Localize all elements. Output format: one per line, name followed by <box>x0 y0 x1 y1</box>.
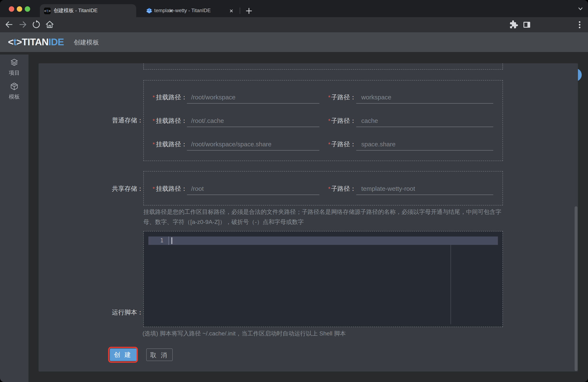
tab-divider <box>240 8 240 14</box>
reload-icon[interactable] <box>31 20 41 29</box>
shared-storage-group: * 挂载路径： /root * 子路径： template-wetty-root <box>143 171 503 205</box>
tab-title: template-wetty - TitanIDE <box>154 4 225 17</box>
kebab-menu-icon[interactable] <box>576 20 583 29</box>
mount-path-value: /root/workspace <box>187 91 319 103</box>
required-marker: * <box>152 182 155 195</box>
new-tab-icon[interactable] <box>244 6 253 16</box>
home-icon[interactable] <box>45 20 54 29</box>
normal-storage-group: * 挂载路径： /root/workspace * 子路径： workspace… <box>143 80 503 161</box>
mount-path-value: /root/.cache <box>187 114 319 126</box>
sidebar-item-label: 项目 <box>0 69 28 77</box>
normal-storage-label: 普通存储： <box>97 116 143 125</box>
back-icon[interactable] <box>4 20 14 29</box>
mount-path-input[interactable]: /root/.cache <box>187 114 319 127</box>
sub-path-input[interactable]: workspace <box>356 91 493 103</box>
window-zoom-button[interactable] <box>25 6 30 12</box>
sub-path-input[interactable]: space.share <box>356 138 493 151</box>
cube-icon <box>0 82 28 91</box>
storage-row: * 挂载路径： /root/workspace/space.share * 子路… <box>144 137 503 151</box>
sidebar-item-label: 模板 <box>0 93 28 101</box>
sidebar-item-projects[interactable]: 项目 <box>0 58 28 77</box>
mount-path-input[interactable]: /root/workspace/space.share <box>187 138 319 151</box>
layers-icon <box>0 58 28 67</box>
tab-search-chevron-icon[interactable] <box>577 5 584 12</box>
window-minimize-button[interactable] <box>17 6 22 12</box>
storage-row: * 挂载路径： /root/.cache * 子路径： cache <box>144 113 503 128</box>
window-close-button[interactable] <box>9 6 14 12</box>
mount-path-label: 挂载路径： <box>156 113 187 128</box>
tab-title: 创建模板 - TitanIDE <box>54 4 127 17</box>
page-title: 创建模板 <box>74 32 99 52</box>
required-marker: * <box>152 114 155 127</box>
create-button[interactable]: 创 建 <box>110 348 136 361</box>
sub-path-value: cache <box>356 114 493 126</box>
script-hint-text: (选填) 脚本将写入路径 ~/.cache/.init，当工作区启动时自动运行以… <box>143 329 503 338</box>
tab-template-wetty[interactable]: template-wetty - TitanIDE <box>138 4 236 17</box>
content-panel: 普通存储： * 挂载路径： /root/workspace * 子路径： wor… <box>39 63 578 372</box>
extensions-icon[interactable] <box>509 20 518 29</box>
tab-create-template[interactable]: <t> 创建模板 - TitanIDE <box>40 4 136 17</box>
titanide-logo: <t>TITANIDE <box>8 32 64 52</box>
storage-row: * 挂载路径： /root/workspace * 子路径： workspace <box>144 90 503 104</box>
required-marker: * <box>328 91 331 103</box>
path-hint-text: 挂载路径是您的工作区目标路径，必须是合法的文件夹路径；子路径名是网络存储源子路径… <box>143 207 503 227</box>
gutter-separator <box>168 237 169 245</box>
mount-path-label: 挂载路径： <box>156 137 187 151</box>
required-marker: * <box>328 138 331 151</box>
required-marker: * <box>328 114 331 127</box>
tab-strip: <t> 创建模板 - TitanIDE template-wetty - Tit… <box>0 0 588 17</box>
sub-path-label: 子路径： <box>331 137 356 151</box>
line-number: 1 <box>148 237 164 245</box>
mount-path-input[interactable]: /root/workspace <box>187 91 319 103</box>
wetty-favicon-icon <box>146 7 152 14</box>
scrollbar-thumb[interactable] <box>575 206 578 371</box>
mount-path-input[interactable]: /root <box>187 182 319 195</box>
sidebar-item-templates[interactable]: 模板 <box>0 82 28 101</box>
mount-path-value: /root/workspace/space.share <box>187 138 319 150</box>
shared-storage-label: 共享存储： <box>97 184 143 193</box>
sidebar: 项目 模板 <box>0 54 28 382</box>
app-header: <t>TITANIDE 创建模板 demo ? 演 <box>0 32 588 52</box>
sub-path-label: 子路径： <box>331 90 356 104</box>
required-marker: * <box>152 138 155 151</box>
sub-path-input[interactable]: template-wetty-root <box>356 182 493 195</box>
sub-path-label: 子路径： <box>331 181 356 196</box>
browser-window: <t> 创建模板 - TitanIDE template-wetty - Tit… <box>0 0 588 382</box>
editor-active-line: 1 <box>148 237 498 245</box>
script-editor[interactable]: 1 <box>143 231 503 327</box>
sub-path-value: space.share <box>356 138 493 150</box>
mount-path-label: 挂载路径： <box>156 90 187 104</box>
required-marker: * <box>152 91 155 103</box>
required-marker: * <box>328 182 331 195</box>
text-cursor <box>171 237 172 244</box>
editor-ruler <box>451 245 451 324</box>
mount-path-label: 挂载路径： <box>156 181 187 196</box>
titanide-favicon-icon: <t> <box>44 7 51 14</box>
scrolled-section-remnant <box>143 63 503 70</box>
browser-toolbar: try.titanide.cn/ide/web/workspace/templa… <box>0 17 588 32</box>
close-icon[interactable] <box>229 8 234 14</box>
sub-path-label: 子路径： <box>331 113 356 128</box>
run-script-label: 运行脚本： <box>97 308 143 317</box>
forward-icon[interactable] <box>18 20 27 29</box>
cancel-button[interactable]: 取 消 <box>146 348 172 361</box>
sub-path-input[interactable]: cache <box>356 114 493 127</box>
side-panel-icon[interactable] <box>522 20 531 29</box>
storage-row: * 挂载路径： /root * 子路径： template-wetty-root <box>144 181 503 196</box>
mount-path-value: /root <box>187 182 319 195</box>
sub-path-value: workspace <box>356 91 493 103</box>
sub-path-value: template-wetty-root <box>356 182 493 195</box>
